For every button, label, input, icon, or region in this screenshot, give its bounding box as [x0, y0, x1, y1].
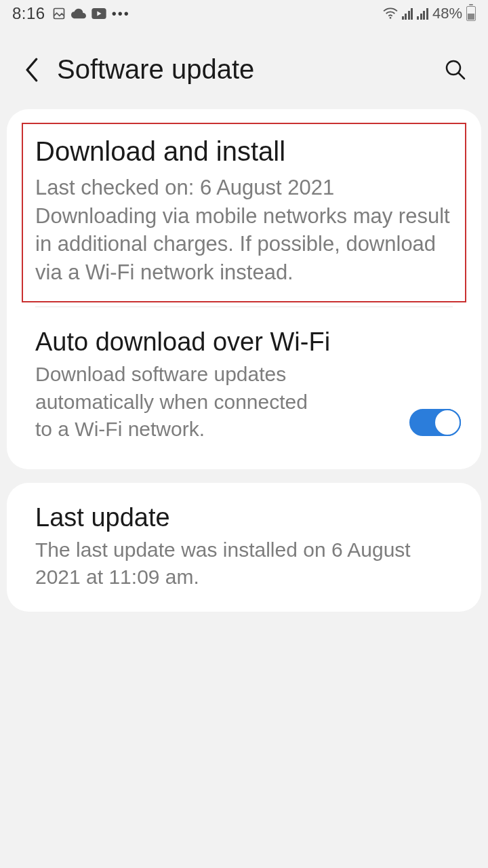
page-title: Software update	[57, 54, 442, 85]
svg-point-2	[390, 17, 392, 19]
more-icon: •••	[112, 6, 130, 22]
last-update-desc: The last update was installed on 6 Augus…	[35, 536, 455, 591]
settings-card-1: Download and install Last checked on: 6 …	[7, 109, 481, 469]
download-install-desc: Last checked on: 6 August 2021 Downloadi…	[35, 174, 453, 286]
download-install-item[interactable]: Download and install Last checked on: 6 …	[22, 123, 466, 302]
youtube-icon	[92, 8, 106, 19]
search-button[interactable]	[442, 59, 469, 81]
auto-download-title: Auto download over Wi-Fi	[35, 328, 396, 357]
app-header: Software update	[0, 27, 488, 109]
last-update-item[interactable]: Last update The last update was installe…	[7, 483, 481, 612]
status-bar: 8:16 ••• 48%	[0, 0, 488, 27]
auto-download-item[interactable]: Auto download over Wi-Fi Download softwa…	[7, 307, 481, 464]
settings-card-2: Last update The last update was installe…	[7, 483, 481, 612]
cloud-icon	[71, 8, 86, 19]
last-update-title: Last update	[35, 503, 455, 532]
status-time: 8:16	[12, 4, 45, 23]
signal-icon-1	[402, 7, 413, 20]
download-install-title: Download and install	[35, 136, 453, 167]
svg-line-4	[459, 73, 464, 79]
back-button[interactable]	[19, 58, 46, 82]
svg-point-3	[447, 61, 460, 75]
signal-icon-2	[417, 7, 428, 20]
auto-download-toggle[interactable]	[409, 409, 461, 436]
battery-icon	[466, 6, 476, 21]
battery-pct: 48%	[432, 5, 462, 22]
wifi-icon	[383, 7, 398, 20]
auto-download-desc: Download software updates automatically …	[35, 361, 320, 443]
gallery-icon	[52, 7, 66, 20]
